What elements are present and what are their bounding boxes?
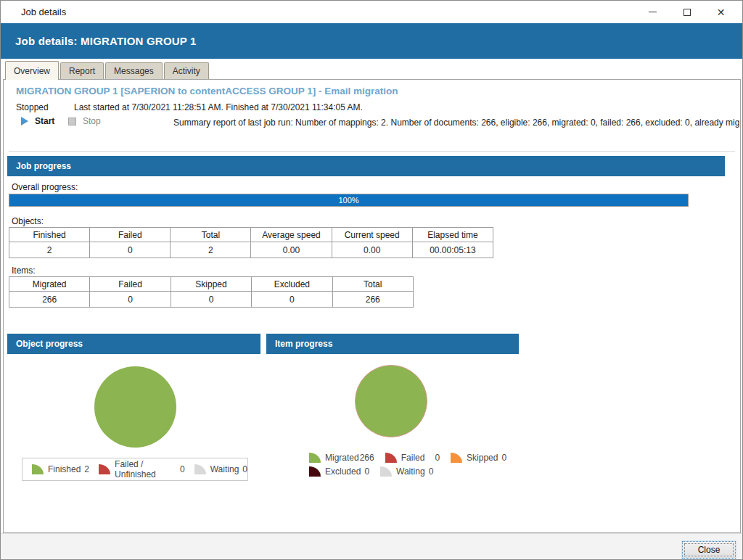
objects-table: Finished Failed Total Average speed Curr… [9,227,493,258]
close-icon: ✕ [717,7,726,17]
job-title: MIGRATION GROUP 1 [SAPERION to contentAC… [16,86,398,96]
items-value-cell: 0 [90,292,171,308]
legend-label: Migrated [325,453,359,463]
failed-wedge-icon [385,453,397,463]
legend-value: 2 [84,464,89,474]
dialog-header-title: Job details: MIGRATION GROUP 1 [15,35,197,47]
legend-entry-finished: Finished 2 [32,464,89,474]
legend-label: Finished [48,464,81,474]
items-value-cell: 0 [171,292,251,308]
legend-value: 0 [435,453,440,463]
minimize-icon [649,12,657,12]
finished-wedge-icon [32,464,44,474]
objects-value-cell: 2 [9,242,90,258]
legend-value: 0 [501,453,506,463]
items-value-row: 266 0 0 0 266 [9,292,414,308]
migrated-wedge-icon [309,453,321,463]
items-table: Migrated Failed Skipped Excluded Total 2… [9,276,414,308]
legend-label: Failed / Unfinished [115,459,176,479]
legend-value: 266 [360,453,374,463]
job-controls-row: Start Stop Summary report of last job ru… [4,116,740,131]
last-run-text: Last started at 7/30/2021 11:28:51 AM. F… [74,102,363,112]
items-table-label: Items: [12,265,36,276]
start-button-label: Start [35,116,54,126]
legend-entry-waiting: Waiting 0 [380,466,433,477]
objects-value-cell: 0 [90,242,171,258]
objects-header-cell: Failed [90,228,171,242]
legend-label: Waiting [210,464,239,474]
start-button[interactable]: Start [21,116,54,126]
objects-value-cell: 2 [171,242,251,258]
object-progress-pie-chart [94,366,176,448]
tab-report[interactable]: Report [60,62,104,79]
items-header-cell: Excluded [252,277,332,292]
legend-value: 0 [364,466,369,477]
tabstrip: Overview Report Messages Activity [5,59,210,79]
separator-line [9,151,735,152]
skipped-wedge-icon [451,453,462,463]
objects-table-label: Objects: [12,216,44,226]
waiting-wedge-icon [194,464,206,474]
item-progress-pie-chart [355,365,427,437]
overview-tab-panel: MIGRATION GROUP 1 [SAPERION to contentAC… [3,79,741,533]
window-controls: ✕ [636,1,738,23]
objects-value-cell: 0.00 [332,242,412,258]
legend-entry-skipped: Skipped 0 [451,453,506,463]
minimize-button[interactable] [636,1,670,23]
summary-report-text: Summary report of last job run: Number o… [173,118,739,128]
legend-entry-failed: Failed 0 [385,453,440,463]
job-status: Stopped [16,102,49,112]
legend-value: 0 [180,464,185,474]
job-details-window: Job details ✕ Job details: MIGRATION GRO… [0,0,743,560]
legend-label: Failed [401,453,425,463]
titlebar: Job details ✕ [1,1,742,23]
legend-value: 0 [242,464,247,474]
stop-button-label: Stop [83,116,101,126]
objects-header-cell: Elapsed time [412,228,493,242]
legend-label: Skipped [467,453,498,463]
objects-header-cell: Total [171,228,251,242]
stop-icon [68,118,76,125]
items-value-cell: 0 [252,292,332,308]
job-progress-section-header: Job progress [7,156,725,176]
maximize-icon [684,9,691,16]
failed-wedge-icon [99,464,110,474]
items-header-cell: Failed [90,277,171,292]
items-header-cell: Migrated [9,277,90,292]
items-header-cell: Skipped [171,277,251,292]
overall-progress-bar: 100% [9,194,689,207]
legend-label: Excluded [325,466,361,477]
item-progress-section-header: Item progress [266,334,519,354]
item-progress-legend: Migrated 266 Failed 0 Skipped 0 Exclude [309,450,527,478]
tab-messages[interactable]: Messages [105,62,163,79]
excluded-wedge-icon [309,466,321,477]
legend-entry-failed-unfinished: Failed / Unfinished 0 [99,459,185,479]
close-window-button[interactable]: ✕ [704,1,738,23]
legend-entry-migrated: Migrated 266 [309,453,374,463]
object-progress-section-header: Object progress [7,334,260,354]
objects-header-cell: Average speed [251,228,332,242]
close-button[interactable]: Close [682,541,736,559]
items-value-cell: 266 [332,292,413,308]
objects-value-row: 2 0 2 0.00 0.00 00.00:05:13 [9,242,493,258]
object-progress-legend: Finished 2 Failed / Unfinished 0 Waiting… [22,458,248,481]
tab-overview[interactable]: Overview [5,61,59,80]
waiting-wedge-icon [380,466,392,477]
item-legend-row-2: Excluded 0 Waiting 0 [309,464,527,478]
objects-header-cell: Finished [9,228,90,242]
legend-entry-excluded: Excluded 0 [309,466,369,477]
stop-button[interactable]: Stop [68,116,101,126]
start-icon [21,117,28,125]
objects-header-row: Finished Failed Total Average speed Curr… [9,228,493,242]
tab-activity[interactable]: Activity [164,62,209,79]
progress-percent: 100% [9,194,688,206]
overall-progress-label: Overall progress: [12,182,78,192]
objects-value-cell: 0.00 [251,242,332,258]
items-value-cell: 266 [9,292,90,308]
dialog-footer: Close [1,533,742,560]
objects-value-cell: 00.00:05:13 [412,242,493,258]
objects-header-cell: Current speed [332,228,412,242]
maximize-button[interactable] [670,1,704,23]
item-legend-row-1: Migrated 266 Failed 0 Skipped 0 [309,450,527,464]
items-header-cell: Total [332,277,413,292]
